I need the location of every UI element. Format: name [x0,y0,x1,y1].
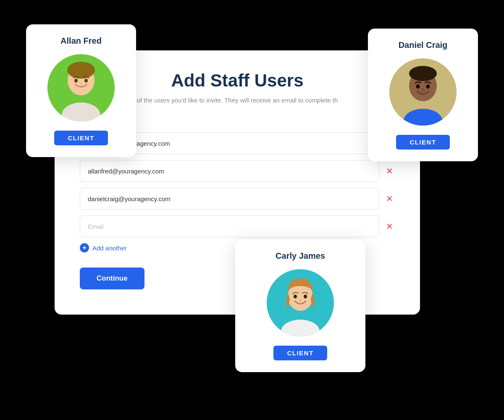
svg-point-5 [84,79,88,83]
remove-email-4[interactable]: ✕ [384,220,395,232]
allan-avatar [47,54,115,121]
svg-point-2 [67,62,95,79]
continue-button[interactable]: Continue [80,268,144,289]
profile-card-carly: Carly James CLIENT [235,239,365,372]
email-input-4[interactable] [80,215,379,237]
email-input-3[interactable] [80,188,379,210]
daniel-avatar [389,58,457,126]
remove-email-2[interactable]: ✕ [384,165,395,177]
svg-point-12 [421,88,425,92]
remove-email-3[interactable]: ✕ [384,193,395,205]
email-row-4: ✕ [80,215,395,237]
allan-client-badge[interactable]: CLIENT [54,131,108,145]
daniel-name: Daniel Craig [399,40,448,50]
svg-point-16 [294,295,297,299]
email-row-3: ✕ [80,188,395,210]
daniel-client-badge[interactable]: CLIENT [396,135,449,150]
profile-card-daniel: Daniel Craig CLIENT [368,29,478,161]
svg-point-8 [409,66,437,81]
profile-card-allan: Allan Fred CLIENT [26,24,136,157]
email-input-2[interactable] [80,160,379,182]
svg-point-17 [304,295,307,299]
carly-name: Carly James [276,251,325,261]
add-circle-icon: + [80,243,89,252]
svg-point-11 [426,84,430,89]
svg-point-10 [416,84,420,89]
carly-client-badge[interactable]: CLIENT [273,346,327,360]
email-row-2: ✕ [80,160,395,182]
svg-point-4 [74,79,78,83]
add-another-button[interactable]: Add another [92,244,127,252]
allan-name: Allan Fred [60,36,102,46]
carly-avatar [267,269,334,336]
